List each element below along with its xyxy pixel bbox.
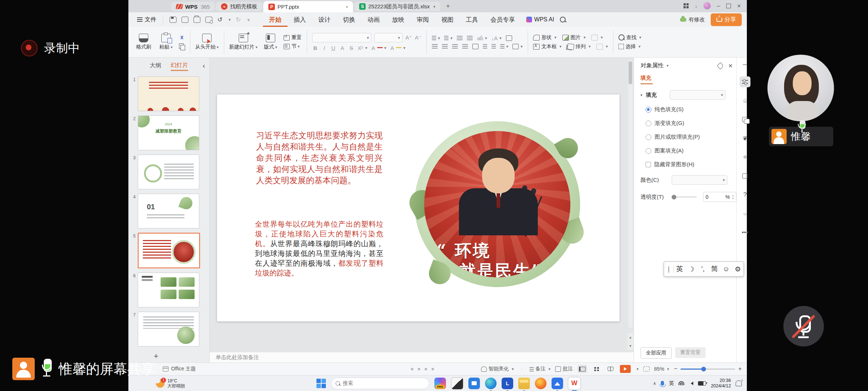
scrollbar-thumb[interactable] [629, 61, 632, 84]
skin-icon[interactable]: ⌔ [740, 208, 750, 219]
convert-smartart-icon[interactable] [506, 35, 512, 41]
textbox-button[interactable]: 文本框▾ [533, 43, 562, 50]
app-wps-icon[interactable]: W [568, 377, 580, 390]
collapse-strip-icon[interactable]: ─ [743, 61, 747, 68]
slide-thumb-3[interactable]: 3 [128, 152, 209, 192]
slide-thumb-2[interactable]: 2 2024 减塑限塑教育 [128, 113, 209, 152]
spinner-arrows[interactable]: ∧∨ [732, 194, 734, 199]
fill-preset-combobox[interactable]: ▾ [670, 90, 726, 100]
notes-bar[interactable]: 单击此处添加备注 [210, 352, 634, 362]
print-preview-icon[interactable] [205, 17, 212, 23]
row-spacing-up-button[interactable] [483, 44, 487, 45]
decrease-font-button[interactable]: A⁻ [415, 34, 421, 41]
wordart-button[interactable]: ▾ [591, 35, 603, 41]
font-name-combobox[interactable]: ▾ [312, 33, 371, 42]
ime-punctuation-icon[interactable]: ’, [697, 265, 709, 273]
notification-bell-icon[interactable]: z [736, 381, 742, 386]
battery-icon[interactable] [698, 381, 706, 386]
tray-language-indicator[interactable]: 英 [669, 380, 674, 387]
gradient-fill-option[interactable]: 渐变填充(G) [646, 120, 736, 127]
zoom-in-button[interactable]: + [738, 365, 742, 373]
maximize-button[interactable] [726, 4, 731, 8]
beautify-tool-icon[interactable]: ✧ [740, 152, 750, 163]
format-painter-button[interactable]: 格式刷 [134, 34, 153, 50]
slides-tab[interactable]: 幻灯片 [171, 62, 188, 70]
play-from-start-button[interactable]: 从头开始▾ [195, 34, 219, 50]
pin-icon[interactable] [717, 62, 724, 70]
print-icon[interactable] [193, 17, 200, 23]
copy-icon[interactable] [179, 43, 184, 49]
tab-ppt-active[interactable]: P PPT.pptx ● [263, 1, 353, 12]
canvas-scrollbar[interactable] [628, 60, 633, 328]
undo-dropdown-icon[interactable]: ▾ [229, 17, 231, 22]
app-edge-icon[interactable] [485, 378, 497, 389]
bold-button[interactable]: B [312, 45, 318, 51]
color-combobox[interactable]: ▾ [672, 175, 727, 185]
animation-tool-icon[interactable] [740, 114, 750, 125]
next-slide-button[interactable]: ▾ [627, 342, 633, 350]
minimize-button[interactable]: ─ [717, 3, 720, 9]
app-file-explorer-icon[interactable] [518, 378, 530, 389]
design-tool-icon[interactable]: ❦ [740, 133, 750, 144]
picture-button[interactable]: 图片▾ [562, 34, 586, 41]
tab-home[interactable]: 开始 [263, 12, 288, 27]
play-options-icon[interactable]: ▾ [637, 367, 639, 371]
comments-button[interactable]: 批注 [555, 366, 573, 372]
tab-insert[interactable]: 插入 [288, 12, 312, 27]
wifi-icon[interactable] [678, 381, 684, 385]
ime-settings-icon[interactable]: ⚙ [732, 265, 744, 273]
undo-icon[interactable]: ↺ [217, 16, 222, 24]
sync-status[interactable]: 有修改 [680, 16, 705, 23]
char-spacing-button[interactable]: ab̄▾ [477, 35, 487, 41]
mute-microphone-button[interactable] [783, 306, 824, 346]
export-icon[interactable] [182, 17, 188, 23]
wps-ai-button[interactable]: WPS AI [526, 16, 554, 23]
close-panel-icon[interactable]: ✕ [728, 63, 733, 69]
taskbar-search-input[interactable]: 搜索 [331, 378, 429, 389]
align-left-button[interactable] [432, 44, 438, 45]
tab-animation[interactable]: 动画 [361, 12, 386, 27]
tab-review[interactable]: 审阅 [410, 12, 435, 27]
ime-toolbar[interactable]: | 英 ☽ ’, 简 ☺ ⚙ [664, 261, 744, 277]
properties-tool-icon[interactable] [740, 76, 750, 87]
ime-language-mode[interactable]: 英 [674, 264, 685, 274]
tab-member[interactable]: 会员专享 [484, 12, 521, 27]
resource-tool-icon[interactable] [740, 171, 750, 181]
slide-sorter-view-button[interactable] [592, 365, 601, 373]
slide-thumb-7[interactable]: 7 [128, 310, 209, 349]
effects-tool-icon[interactable]: ☆ [740, 95, 750, 106]
hidden-icons-button[interactable]: ∧ [653, 381, 656, 386]
columns-icon[interactable] [472, 44, 478, 49]
fit-to-window-icon[interactable] [643, 366, 650, 371]
align-objects-button[interactable]: ▾ [512, 44, 523, 49]
ime-emoji-icon[interactable]: ☺ [720, 265, 732, 273]
webcam-feed[interactable] [767, 55, 834, 121]
app-lenovo-icon[interactable]: L [502, 378, 513, 389]
italic-button[interactable]: I [321, 45, 327, 51]
picture-fill-option[interactable]: 图片或纹理填充(P) [646, 134, 736, 140]
paste-button[interactable]: 粘贴▾ [157, 34, 175, 50]
more-tools-icon[interactable]: ••• [740, 227, 750, 238]
slide-thumb-4[interactable]: 4 01 [128, 192, 209, 231]
section-button[interactable]: 节▾ [284, 43, 302, 50]
apply-all-button[interactable]: 全部应用 [641, 347, 672, 359]
tab-docer-template[interactable]: ❧ 找稻壳模板 [216, 2, 262, 11]
tab-xlsx[interactable]: S 252223团员与非团员.xlsx ▾ [354, 2, 441, 11]
file-menu-button[interactable]: 文件 [133, 16, 160, 24]
normal-view-button[interactable] [578, 365, 587, 373]
slide-canvas[interactable]: 习近平生态文明思想要求努力实现人与自然和谐共生。人与自然是生命共同体，生态兴衰关… [210, 58, 634, 352]
zoom-track[interactable] [681, 369, 735, 370]
collapse-panel-icon[interactable]: ‹ [203, 62, 205, 70]
align-center-button[interactable] [442, 44, 448, 45]
section-collapse-icon[interactable]: ▾ [641, 93, 642, 97]
solid-fill-option[interactable]: 纯色填充(S) [646, 106, 736, 113]
hide-background-checkbox[interactable]: 隐藏背景图形(H) [646, 161, 736, 168]
volume-icon[interactable] [689, 382, 693, 385]
tray-microphone-icon[interactable] [661, 381, 664, 386]
ime-moon-icon[interactable]: ☽ [685, 265, 697, 273]
save-icon[interactable] [170, 17, 176, 23]
line-spacing-button[interactable]: ▾ [500, 44, 509, 49]
fill-tab[interactable]: 填充 [641, 75, 653, 84]
zoom-knob[interactable] [701, 367, 706, 371]
zoom-out-button[interactable]: − [674, 365, 677, 373]
